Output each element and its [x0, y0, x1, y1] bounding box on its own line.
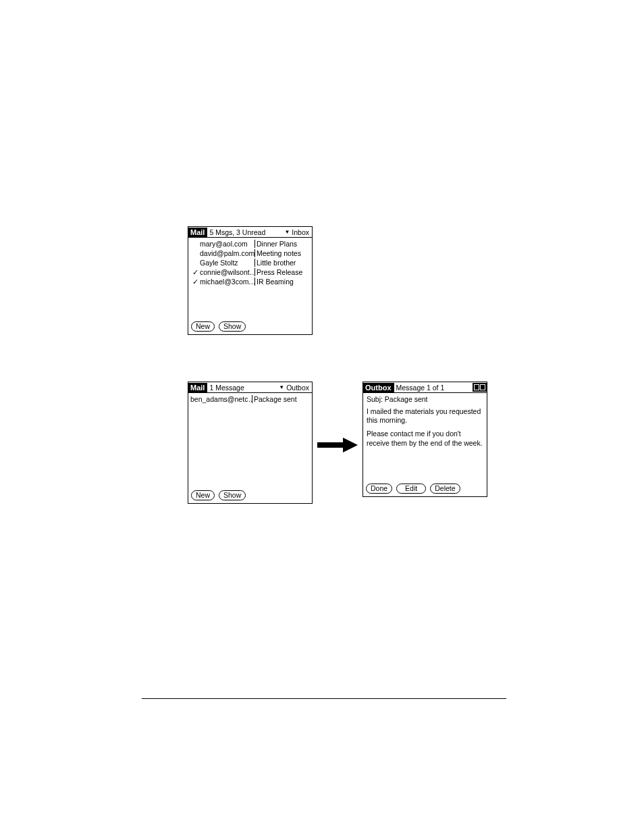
- subject: Meeting notes: [255, 249, 310, 257]
- outbox-detail-screen: Outbox Message 1 of 1 Subj: Package sent…: [363, 382, 487, 497]
- subject-value: Package sent: [385, 395, 428, 403]
- chevron-down-icon: ▼: [284, 229, 290, 234]
- app-title: Outbox: [363, 383, 394, 392]
- svg-marker-1: [343, 438, 358, 452]
- inbox-status: 5 Msgs, 3 Unread: [207, 228, 284, 236]
- new-button[interactable]: New: [191, 490, 215, 500]
- detail-header: Outbox Message 1 of 1: [363, 382, 487, 393]
- message-row[interactable]: Gayle Stoltz Little brother: [190, 258, 310, 267]
- message-row[interactable]: david@palm.com Meeting notes: [190, 249, 310, 258]
- subject: IR Beaming: [255, 278, 310, 286]
- page-divider: [142, 698, 506, 699]
- inbox-header: Mail 5 Msgs, 3 Unread ▼ Inbox: [188, 227, 312, 238]
- sender: connie@wilsont…: [200, 268, 255, 276]
- inbox-list: mary@aol.com Dinner Plans david@palm.com…: [188, 238, 312, 319]
- chevron-down-icon: ▼: [279, 384, 284, 390]
- sender: mary@aol.com: [200, 240, 255, 248]
- outbox-header: Mail 1 Message ▼ Outbox: [188, 382, 312, 393]
- inbox-footer: New Show: [188, 319, 312, 334]
- message-row[interactable]: mary@aol.com Dinner Plans: [190, 239, 310, 249]
- scroll-up-icon[interactable]: [474, 384, 479, 390]
- arrow-icon: [317, 435, 358, 455]
- show-button[interactable]: Show: [219, 321, 246, 332]
- outbox-footer: New Show: [188, 488, 312, 503]
- delete-button[interactable]: Delete: [430, 484, 460, 494]
- subject: Press Release: [255, 268, 310, 276]
- message-row[interactable]: ✓ connie@wilsont… Press Release: [190, 267, 310, 277]
- folder-selector[interactable]: ▼ Outbox: [279, 384, 312, 392]
- mail-inbox-screen: Mail 5 Msgs, 3 Unread ▼ Inbox mary@aol.c…: [188, 226, 313, 335]
- sender: Gayle Stoltz: [200, 259, 255, 267]
- new-button[interactable]: New: [191, 321, 215, 332]
- show-button[interactable]: Show: [219, 490, 246, 500]
- check-icon: ✓: [190, 278, 200, 286]
- detail-status: Message 1 of 1: [394, 384, 473, 392]
- app-title: Mail: [188, 383, 207, 392]
- message-row[interactable]: ben_adams@netc… Package sent: [190, 394, 310, 404]
- subject: Little brother: [255, 259, 310, 267]
- message-body: Subj: Package sent I mailed the material…: [363, 393, 487, 481]
- subject-label: Subj:: [367, 395, 383, 403]
- folder-label: Outbox: [286, 384, 309, 392]
- body-paragraph: Please contact me if you don't receive t…: [367, 429, 483, 448]
- app-title: Mail: [188, 228, 207, 237]
- svg-rect-0: [317, 442, 343, 448]
- subject: Package sent: [252, 395, 297, 403]
- edit-button[interactable]: Edit: [396, 484, 426, 494]
- body-paragraph: I mailed the materials you requested thi…: [367, 407, 483, 425]
- scroll-down-icon[interactable]: [480, 384, 485, 390]
- mail-outbox-screen: Mail 1 Message ▼ Outbox ben_adams@netc… …: [188, 382, 313, 504]
- done-button[interactable]: Done: [366, 484, 392, 494]
- outbox-status: 1 Message: [207, 384, 279, 392]
- subject-line: Subj: Package sent: [367, 395, 483, 405]
- scroll-controls[interactable]: [473, 383, 487, 392]
- sender: david@palm.com: [200, 249, 255, 257]
- folder-selector[interactable]: ▼ Inbox: [284, 228, 312, 236]
- folder-label: Inbox: [292, 228, 309, 236]
- sender: michael@3com.…: [200, 278, 255, 286]
- check-icon: ✓: [190, 269, 200, 276]
- detail-footer: Done Edit Delete: [363, 481, 487, 496]
- sender: ben_adams@netc…: [190, 395, 252, 403]
- subject: Dinner Plans: [255, 240, 310, 248]
- outbox-list: ben_adams@netc… Package sent: [188, 393, 312, 488]
- message-row[interactable]: ✓ michael@3com.… IR Beaming: [190, 277, 310, 286]
